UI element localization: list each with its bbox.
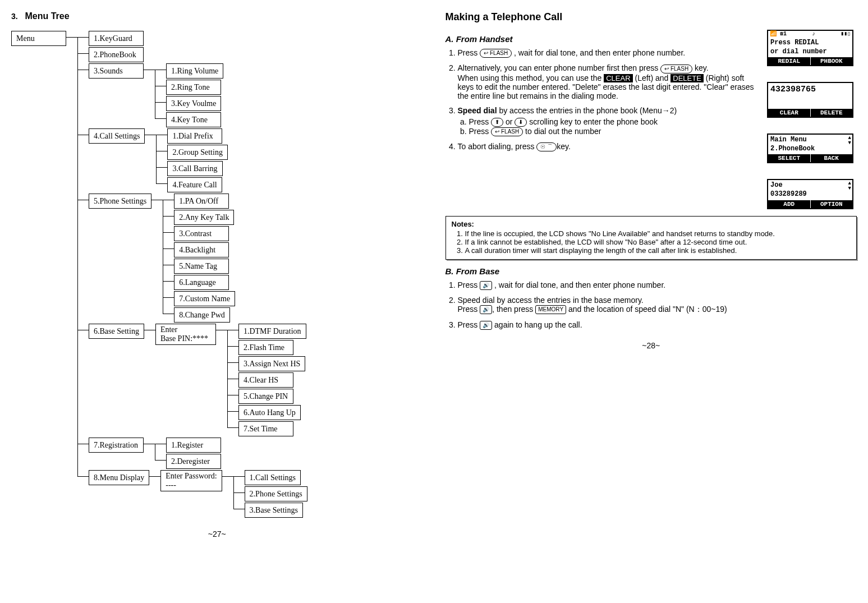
b-step-1: Press 🔊 , wait for dial tone, and then e… [458, 280, 857, 290]
menu-tree: Menu 1.KeyGuard2.PhoneBook3.Sounds1.Ring… [11, 30, 423, 518]
tree-item: 7.Registration [89, 438, 144, 453]
subsection-a: A. From Handset [446, 34, 759, 44]
left-page: 3. Menu Tree Menu 1.KeyGuard2.PhoneBook3… [11, 11, 423, 538]
tree-item: 4.Call Settings [89, 128, 145, 144]
tree-subitem: 4.Backlight [174, 242, 229, 257]
up-key-icon: ⬆ [491, 118, 503, 127]
tree-subitem: 1.Call Settings [245, 470, 301, 485]
speaker-key-icon: 🔊 [480, 281, 492, 290]
step-1: Press ↩ FLASH , wait for dial tone, and … [458, 48, 759, 58]
tree-subitem: 5.Change PIN [238, 389, 293, 404]
b-step-3: Press 🔊 again to hang up the call. [458, 320, 857, 330]
tree-subitem: 3.Contrast [174, 226, 229, 241]
right-page: Making a Telephone Call A. From Handset … [446, 11, 857, 350]
tree-item: 5.Phone Settings [89, 194, 151, 209]
memory-key-icon: MEMORY [535, 305, 566, 314]
lcd-screen-1: 📶 ☎1 ♪ ▮▮▯ Press REDIAL or dial number R… [767, 30, 853, 66]
tree-item: 2.PhoneBook [89, 47, 144, 62]
flash-key-icon: ↩ FLASH [660, 65, 692, 73]
lcd-screen-3: ▲▼ Main Menu 2.PhoneBook SELECTBACK [767, 134, 853, 163]
subsection-b: B. From Base [446, 266, 857, 276]
tree-subitem: 1.DTMF Duration [238, 324, 306, 339]
tree-subitem: 2.Deregister [166, 454, 221, 469]
tree-subitem: 4.Feature Call [167, 177, 222, 192]
tree-subitem: 7.Set Time [238, 421, 293, 436]
step-4: To abort dialing, press ☉ ⌒key. [458, 142, 759, 151]
end-key-icon: ☉ ⌒ [536, 142, 557, 151]
section-heading: 3. Menu Tree [11, 11, 423, 21]
flash-key-icon: ↩ FLASH [480, 49, 512, 58]
tree-item: 8.Menu Display [89, 470, 149, 485]
page-number-left: ~27~ [11, 530, 423, 538]
tree-subitem: 4.Clear HS [238, 372, 293, 388]
tree-subitem: 3.Key Voulme [166, 96, 221, 111]
tree-subitem: 1.PA On/Off [174, 194, 229, 209]
delete-softkey: DELETE [670, 74, 704, 82]
page-number-right: ~28~ [446, 341, 857, 350]
tree-subitem: 2.Flash Time [238, 340, 293, 355]
flash-key-icon: ↩ FLASH [491, 127, 523, 136]
tree-subitem: 2.Ring Tone [166, 80, 221, 95]
tree-subitem: 7.Custom Name [174, 291, 235, 306]
step-3: Speed dial by access the entries in the … [458, 106, 759, 137]
tree-subitem: 2.Group Setting [167, 145, 227, 160]
tree-subitem: 3.Call Barring [167, 161, 222, 176]
tree-subitem: 4.Key Tone [166, 112, 221, 127]
lcd-screen-2: 432398765 CLEARDELETE [767, 82, 853, 118]
down-key-icon: ⬇ [515, 118, 527, 127]
tree-subitem: 3.Assign Next HS [238, 356, 306, 371]
tree-item: 1.KeyGuard [89, 31, 144, 46]
speaker-key-icon: 🔊 [480, 305, 492, 314]
tree-subitem: 2.Phone Settings [245, 486, 307, 501]
step-2: Alternatively, you can enter phone numbe… [458, 63, 759, 100]
tree-subitem: 8.Change Pwd [174, 307, 230, 323]
tree-subitem: 1.Dial Prefix [167, 128, 222, 144]
clear-softkey: CLEAR [604, 74, 632, 82]
tree-item: 3.Sounds [89, 63, 144, 79]
tree-subitem: 5.Name Tag [174, 259, 229, 274]
tree-mid-box: Enter Password:---- [160, 470, 222, 491]
speaker-key-icon: 🔊 [480, 321, 492, 330]
tree-subitem: 2.Any Key Talk [174, 210, 234, 225]
b-step-2: Speed dial by access the entries in the … [458, 296, 857, 315]
tree-root: Menu [11, 31, 66, 46]
tree-subitem: 3.Base Settings [245, 503, 303, 518]
tree-item: 6.Base Setting [89, 324, 144, 339]
tree-mid-box: EnterBase PIN:**** [155, 324, 216, 345]
lcd-screen-4: ▲▼ Joe 033289289 ADDOPTION [767, 179, 853, 209]
tree-subitem: 6.Auto Hang Up [238, 405, 301, 420]
tree-subitem: 6.Language [174, 275, 229, 290]
page-title: Making a Telephone Call [446, 11, 857, 23]
tree-subitem: 1.Ring Volume [166, 63, 223, 79]
tree-subitem: 1.Register [166, 438, 221, 453]
notes-box: Notes: If the line is occupied, the LCD … [446, 216, 857, 260]
